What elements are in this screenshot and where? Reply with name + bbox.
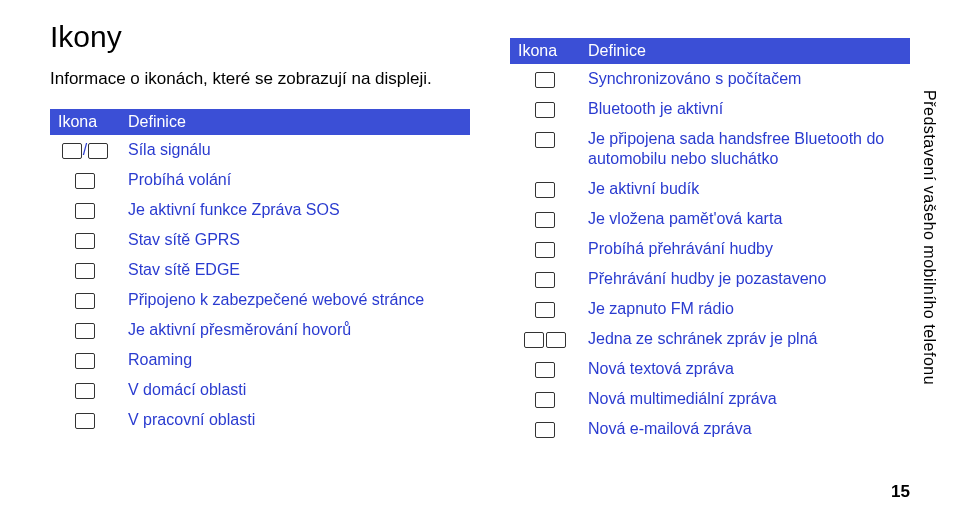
def-cell: Probíhá přehrávání hudby bbox=[580, 234, 910, 264]
icon-cell bbox=[510, 174, 580, 204]
icon-cell bbox=[50, 225, 120, 255]
icon-cell bbox=[510, 324, 580, 354]
table-row: Je vložena pamět'ová karta bbox=[510, 204, 910, 234]
icon-cell bbox=[50, 165, 120, 195]
call-forward-icon bbox=[75, 323, 95, 339]
music-pause-icon bbox=[535, 272, 555, 288]
signal-bars-icon bbox=[88, 143, 108, 159]
def-cell: Synchronizováno s počítačem bbox=[580, 64, 910, 94]
sms-icon bbox=[535, 362, 555, 378]
icon-table-right: Ikona Definice Synchronizováno s počítač… bbox=[510, 38, 910, 444]
gprs-icon bbox=[75, 233, 95, 249]
page-root: Ikony Informace o ikonách, které se zobr… bbox=[0, 0, 960, 520]
table-row: Je aktivní budík bbox=[510, 174, 910, 204]
office-zone-icon bbox=[75, 413, 95, 429]
icon-cell bbox=[50, 375, 120, 405]
col-icon-header: Ikona bbox=[50, 109, 120, 135]
icon-cell bbox=[510, 234, 580, 264]
col-def-header: Definice bbox=[120, 109, 470, 135]
roaming-icon bbox=[75, 353, 95, 369]
def-cell: Stav sítě GPRS bbox=[120, 225, 470, 255]
two-column-layout: Ikony Informace o ikonách, které se zobr… bbox=[50, 20, 910, 444]
table-row: V pracovní oblasti bbox=[50, 405, 470, 435]
icon-cell bbox=[510, 264, 580, 294]
def-cell: Roaming bbox=[120, 345, 470, 375]
def-cell: Nová textová zpráva bbox=[580, 354, 910, 384]
col-def-header: Definice bbox=[580, 38, 910, 64]
bluetooth-icon bbox=[535, 102, 555, 118]
right-column: Ikona Definice Synchronizováno s počítač… bbox=[510, 20, 910, 444]
home-zone-icon bbox=[75, 383, 95, 399]
table-row: Je aktivní funkce Zpráva SOS bbox=[50, 195, 470, 225]
table-row: Je zapnuto FM rádio bbox=[510, 294, 910, 324]
left-column: Ikony Informace o ikonách, které se zobr… bbox=[50, 20, 470, 444]
icon-cell bbox=[50, 285, 120, 315]
icon-cell bbox=[510, 124, 580, 174]
table-row: Je připojena sada handsfree Bluetooth do… bbox=[510, 124, 910, 174]
table-row: Připojeno k zabezpečené webové stránce bbox=[50, 285, 470, 315]
def-cell: Nová e-mailová zpráva bbox=[580, 414, 910, 444]
def-cell: Je aktivní přesměrování hovorů bbox=[120, 315, 470, 345]
table-row: Jedna ze schránek zpráv je plná bbox=[510, 324, 910, 354]
signal-bars-icon bbox=[62, 143, 82, 159]
col-icon-header: Ikona bbox=[510, 38, 580, 64]
side-tab-label: Představení vašeho mobilního telefonu bbox=[920, 90, 938, 385]
def-cell: Stav sítě EDGE bbox=[120, 255, 470, 285]
alarm-icon bbox=[535, 182, 555, 198]
icon-cell bbox=[50, 315, 120, 345]
table-row: Probíhá volání bbox=[50, 165, 470, 195]
table-header-row: Ikona Definice bbox=[510, 38, 910, 64]
table-row: Synchronizováno s počítačem bbox=[510, 64, 910, 94]
icon-cell bbox=[510, 204, 580, 234]
page-title: Ikony bbox=[50, 20, 470, 54]
table-row: Stav sítě EDGE bbox=[50, 255, 470, 285]
icon-cell bbox=[50, 195, 120, 225]
def-cell: Probíhá volání bbox=[120, 165, 470, 195]
table-row: / Síla signálu bbox=[50, 135, 470, 165]
table-row: V domácí oblasti bbox=[50, 375, 470, 405]
icon-cell bbox=[50, 405, 120, 435]
def-cell: Je aktivní funkce Zpráva SOS bbox=[120, 195, 470, 225]
icon-cell bbox=[510, 384, 580, 414]
icon-cell bbox=[510, 94, 580, 124]
def-cell: V domácí oblasti bbox=[120, 375, 470, 405]
icon-table-left: Ikona Definice / Síla signálu Probíhá vo… bbox=[50, 109, 470, 435]
icon-cell: / bbox=[50, 135, 120, 165]
call-icon bbox=[75, 173, 95, 189]
secure-web-icon bbox=[75, 293, 95, 309]
table-row: Roaming bbox=[50, 345, 470, 375]
def-cell: Je vložena pamět'ová karta bbox=[580, 204, 910, 234]
fm-radio-icon bbox=[535, 302, 555, 318]
email-icon bbox=[535, 422, 555, 438]
memory-card-icon bbox=[535, 212, 555, 228]
bt-handsfree-icon bbox=[535, 132, 555, 148]
page-subtitle: Informace o ikonách, které se zobrazují … bbox=[50, 68, 470, 91]
icon-cell bbox=[510, 64, 580, 94]
sos-icon bbox=[75, 203, 95, 219]
page-number: 15 bbox=[891, 482, 910, 502]
icon-cell bbox=[510, 294, 580, 324]
mms-icon bbox=[535, 392, 555, 408]
icon-cell bbox=[510, 354, 580, 384]
def-cell: Je aktivní budík bbox=[580, 174, 910, 204]
def-cell: Bluetooth je aktivní bbox=[580, 94, 910, 124]
table-row: Je aktivní přesměrování hovorů bbox=[50, 315, 470, 345]
def-cell: Připojeno k zabezpečené webové stránce bbox=[120, 285, 470, 315]
mailbox-full-icon bbox=[546, 332, 566, 348]
def-cell: V pracovní oblasti bbox=[120, 405, 470, 435]
table-row: Stav sítě GPRS bbox=[50, 225, 470, 255]
icon-cell bbox=[510, 414, 580, 444]
table-row: Přehrávání hudby je pozastaveno bbox=[510, 264, 910, 294]
def-cell: Přehrávání hudby je pozastaveno bbox=[580, 264, 910, 294]
def-cell: Síla signálu bbox=[120, 135, 470, 165]
table-header-row: Ikona Definice bbox=[50, 109, 470, 135]
icon-cell bbox=[50, 345, 120, 375]
icon-cell bbox=[50, 255, 120, 285]
def-cell: Jedna ze schránek zpráv je plná bbox=[580, 324, 910, 354]
def-cell: Nová multimediální zpráva bbox=[580, 384, 910, 414]
def-cell: Je zapnuto FM rádio bbox=[580, 294, 910, 324]
table-row: Probíhá přehrávání hudby bbox=[510, 234, 910, 264]
table-row: Nová multimediální zpráva bbox=[510, 384, 910, 414]
music-play-icon bbox=[535, 242, 555, 258]
mailbox-full-icon bbox=[524, 332, 544, 348]
